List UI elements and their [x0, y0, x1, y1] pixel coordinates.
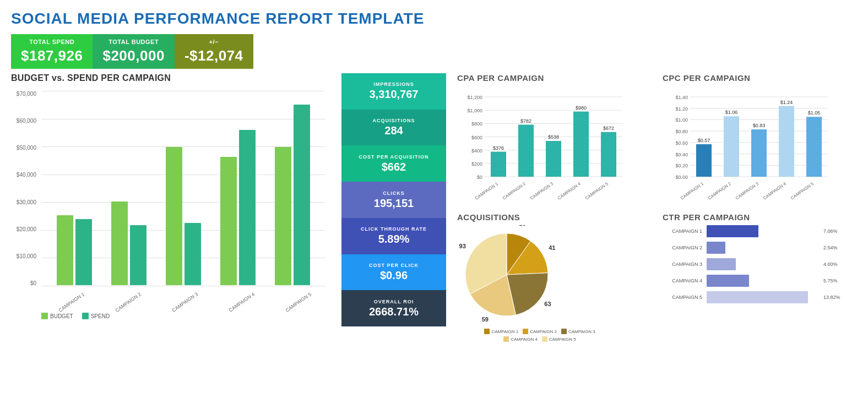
svg-text:$1.00: $1.00 [675, 117, 688, 123]
kpi-label-2: COST PER ACQUISITION [359, 154, 428, 160]
ctr-label: CAMPAIGN 5 [663, 295, 702, 300]
budget-y-label: $70,000 [17, 91, 39, 97]
ctr-bar-wrap [707, 275, 817, 287]
ctr-bar [707, 242, 725, 254]
budget-y-label: $60,000 [17, 118, 39, 124]
svg-text:$0.00: $0.00 [675, 175, 688, 180]
pie-legend-dot [561, 329, 567, 334]
kpi-value-1: 284 [384, 124, 403, 137]
kpi-label-6: OVERALL ROI [374, 299, 414, 304]
cpa-bar [546, 141, 561, 177]
ctr-label: CAMPAIGN 2 [663, 245, 702, 250]
svg-text:CAMPAIGN 2: CAMPAIGN 2 [707, 181, 733, 201]
total-spend-label: TOTAL SPEND [29, 39, 74, 45]
cpc-bar [696, 144, 712, 177]
budget-chart-section: BUDGET vs. SPEND PER CAMPAIGN $70,000$60… [11, 73, 330, 322]
page: SOCIAL MEDIA PERFORMANCE REPORT TEMPLATE… [0, 0, 868, 347]
ctr-value: 2.54% [823, 245, 838, 250]
summary-boxes: TOTAL SPEND $187,926 TOTAL BUDGET $200,0… [11, 34, 253, 69]
ctr-row: CAMPAIGN 34.00% [663, 258, 857, 270]
ctr-label: CAMPAIGN 4 [663, 278, 702, 283]
kpi-tile-6: OVERALL ROI2668.71% [341, 290, 446, 326]
diff-label: +/− [209, 39, 219, 45]
pie-legend-text: CAMPAIGN 4 [511, 337, 538, 342]
kpi-value-3: 195,151 [374, 197, 414, 210]
cpa-chart-section: CPA PER CAMPAIGN $1,200$1,000$800$600$40… [457, 73, 652, 207]
budget-x-label: CAMPAIGN 4 [226, 291, 257, 314]
pie-legend-text: CAMPAIGN 1 [491, 329, 518, 334]
budget-bar [111, 201, 128, 285]
spend-bar [75, 219, 92, 285]
bar-group [220, 91, 256, 286]
pie-legend-item: CAMPAIGN 2 [523, 329, 557, 334]
pie-label: 93 [459, 243, 466, 249]
total-budget-box: TOTAL BUDGET $200,000 [93, 34, 174, 69]
diff-value: -$12,074 [185, 47, 243, 64]
kpi-value-4: 5.89% [378, 233, 410, 246]
legend-label: BUDGET [50, 313, 73, 319]
pie-label: 28 [519, 225, 525, 227]
kpi-tiles: IMPRESSIONS3,310,767ACQUISITIONS284COST … [341, 73, 446, 326]
budget-x-labels: CAMPAIGN 1CAMPAIGN 2CAMPAIGN 3CAMPAIGN 4… [41, 300, 325, 306]
cpa-bar [491, 152, 506, 177]
svg-text:$800: $800 [471, 121, 482, 127]
spend-bar [294, 105, 310, 285]
pie-legend-item: CAMPAIGN 3 [561, 329, 595, 334]
page-title: SOCIAL MEDIA PERFORMANCE REPORT TEMPLATE [11, 10, 857, 28]
budget-y-label: $20,000 [17, 226, 39, 232]
kpi-label-1: ACQUISITIONS [372, 118, 415, 123]
right-bottom-charts: ACQUISITIONS 2841635993CAMPAIGN 1CAMPAIG… [457, 212, 857, 342]
cpa-chart: $1,200$1,000$800$600$400$200$0$376CAMPAI… [457, 86, 628, 207]
ctr-bars: CAMPAIGN 17.06%CAMPAIGN 22.54%CAMPAIGN 3… [663, 225, 857, 303]
cpc-svg: $1.40$1.20$1.00$0.80$0.60$0.40$0.20$0.00… [663, 86, 833, 207]
pie-label: 59 [482, 316, 489, 323]
cpc-bar [751, 129, 767, 177]
ctr-row: CAMPAIGN 22.54% [663, 242, 857, 254]
bar-group [275, 91, 310, 286]
svg-text:CAMPAIGN 1: CAMPAIGN 1 [680, 181, 705, 201]
svg-text:$400: $400 [471, 148, 482, 154]
svg-text:$1.40: $1.40 [675, 95, 688, 100]
right-top-charts: CPA PER CAMPAIGN $1,200$1,000$800$600$40… [457, 73, 857, 207]
pie-legend-text: CAMPAIGN 3 [568, 329, 595, 334]
pie-legend-item: CAMPAIGN 1 [484, 329, 518, 334]
budget-bar [275, 147, 291, 285]
kpi-tile-1: ACQUISITIONS284 [341, 110, 446, 146]
pie-chart-container: 2841635993CAMPAIGN 1CAMPAIGN 2CAMPAIGN 3… [457, 225, 652, 342]
pie-legend-item: CAMPAIGN 4 [503, 336, 538, 342]
legend-label: SPEND [91, 313, 110, 319]
ctr-title: CTR PER CAMPAIGN [663, 212, 857, 222]
svg-text:CAMPAIGN 3: CAMPAIGN 3 [735, 181, 760, 201]
cpc-title: CPC PER CAMPAIGN [663, 73, 857, 83]
kpi-value-0: 3,310,767 [370, 88, 419, 101]
total-budget-value: $200,000 [102, 47, 164, 64]
total-spend-value: $187,926 [21, 47, 83, 64]
content-row: BUDGET vs. SPEND PER CAMPAIGN $70,000$60… [11, 73, 857, 342]
svg-text:CAMPAIGN 2: CAMPAIGN 2 [502, 181, 527, 201]
budget-y-label: $50,000 [17, 145, 39, 151]
kpi-tile-5: COST PER CLICK$0.96 [341, 254, 446, 291]
budget-bar-chart: $70,000$60,000$50,000$40,000$30,000$20,0… [11, 85, 330, 322]
kpi-label-3: CLICKS [383, 190, 405, 196]
svg-text:$0.83: $0.83 [753, 123, 766, 128]
kpi-label-0: IMPRESSIONS [373, 81, 414, 87]
pie-label: 41 [549, 244, 555, 251]
pie-legend-dot [503, 336, 509, 342]
cpa-bar [573, 112, 589, 177]
budget-chart-title: BUDGET vs. SPEND PER CAMPAIGN [11, 73, 330, 83]
svg-text:CAMPAIGN 3: CAMPAIGN 3 [529, 181, 555, 201]
ctr-bar-wrap [707, 225, 817, 237]
ctr-bar [707, 258, 736, 270]
bar-group [166, 91, 201, 286]
svg-text:$200: $200 [471, 161, 482, 167]
budget-x-label: CAMPAIGN 1 [56, 291, 86, 314]
svg-text:$0.57: $0.57 [698, 138, 710, 143]
total-budget-label: TOTAL BUDGET [109, 39, 159, 45]
svg-text:$1.06: $1.06 [725, 110, 738, 115]
ctr-bar [707, 275, 749, 287]
budget-chart-inner [41, 91, 325, 286]
legend-item: SPEND [82, 313, 110, 319]
svg-text:CAMPAIGN 4: CAMPAIGN 4 [557, 181, 582, 201]
pie-legend-dot [523, 329, 528, 334]
cpa-chart-wrap-svg: $1,200$1,000$800$600$400$200$0$376CAMPAI… [457, 86, 628, 207]
